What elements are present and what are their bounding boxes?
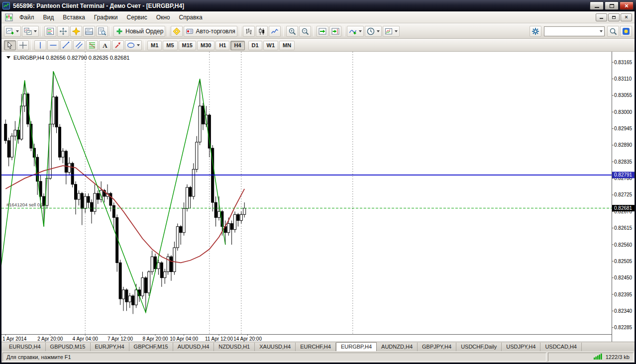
chart-tab-eurgbp-h4[interactable]: EURGBP,H4 xyxy=(336,342,377,351)
chart-tab-audnzd-h4[interactable]: AUDNZD,H4 xyxy=(377,343,418,351)
menu-charts[interactable]: Графики xyxy=(90,12,122,22)
chart-shift-button[interactable] xyxy=(329,26,341,37)
timeframe-w1-button[interactable]: W1 xyxy=(263,41,279,50)
timeframe-m30-button[interactable]: M30 xyxy=(197,41,214,50)
fibonacci-retracement-button[interactable] xyxy=(86,40,98,50)
market-watch-button[interactable] xyxy=(44,26,56,37)
line-mode-button[interactable] xyxy=(269,26,281,37)
timeframe-h1-button[interactable]: H1 xyxy=(215,41,229,50)
arrows-button[interactable] xyxy=(112,40,124,50)
new-chart-button[interactable] xyxy=(4,26,21,37)
chart-tab-usdchf-daily[interactable]: USDCHF,Daily xyxy=(456,343,502,351)
chart-tab-gbpchf-m15[interactable]: GBPCHF,M15 xyxy=(129,343,173,351)
menu-tools[interactable]: Сервис xyxy=(122,12,152,22)
chart-title: EURGBP,H4 0.82656 0.82790 0.82635 0.8268… xyxy=(6,55,129,61)
auto-scroll-icon xyxy=(318,27,326,35)
bars-mode-button[interactable] xyxy=(243,26,255,37)
timeframe-h4-button[interactable]: H4 xyxy=(230,41,244,50)
price-chart[interactable]: #1641204 sell 0.20.831650.831100.830550.… xyxy=(1,52,635,342)
close-button[interactable]: × xyxy=(620,1,634,10)
mdi-window-controls: × xyxy=(596,13,632,21)
shapes-button[interactable] xyxy=(125,40,142,50)
chart-window-icon[interactable] xyxy=(5,13,13,21)
metaeditor-button[interactable] xyxy=(171,26,183,37)
dropdown-caret-icon[interactable] xyxy=(34,30,37,32)
timeframe-m15-button[interactable]: M15 xyxy=(179,41,196,50)
dropdown-caret-icon[interactable] xyxy=(377,30,380,32)
chart-tab-eurjpy-h4[interactable]: EURJPY,H4 xyxy=(91,343,129,351)
dropdown-caret-icon[interactable] xyxy=(16,30,19,32)
svg-text:14 Apr 20:00: 14 Apr 20:00 xyxy=(233,336,262,342)
svg-text:0.82450: 0.82450 xyxy=(614,275,633,280)
profiles-button[interactable] xyxy=(22,26,39,37)
auto-scroll-button[interactable] xyxy=(317,26,328,37)
menu-help[interactable]: Справка xyxy=(175,12,207,22)
chart-tab-eurchf-h4[interactable]: EURCHF,H4 xyxy=(296,343,336,351)
search-input[interactable] xyxy=(546,28,598,34)
timeframe-m1-button[interactable]: M1 xyxy=(147,41,162,50)
search-history-caret-icon[interactable] xyxy=(600,30,603,32)
chart-tab-usdjpy-h4[interactable]: USDJPY,H4 xyxy=(502,343,540,351)
dropdown-caret-icon[interactable] xyxy=(395,30,398,32)
strategy-tester-button[interactable] xyxy=(96,26,108,37)
community-button[interactable] xyxy=(620,26,632,37)
horizontal-line-button[interactable] xyxy=(47,40,59,50)
maximize-button[interactable] xyxy=(605,1,619,10)
svg-text:8 Apr 20:00: 8 Apr 20:00 xyxy=(142,336,168,342)
chart-tab-gbpusd-m15[interactable]: GBPUSD,M15 xyxy=(46,343,91,351)
data-window-button[interactable] xyxy=(57,26,69,37)
chart-area[interactable]: #1641204 sell 0.20.831650.831100.830550.… xyxy=(1,52,635,342)
dropdown-caret-icon[interactable] xyxy=(359,30,362,32)
chart-tab-gbpjpy-h4[interactable]: GBPJPY,H4 xyxy=(418,343,456,351)
vertical-line-button[interactable] xyxy=(34,40,46,50)
hline-icon xyxy=(49,41,57,49)
svg-text:0.82395: 0.82395 xyxy=(614,292,633,297)
terminal-button[interactable] xyxy=(83,26,95,37)
equidistant-channel-button[interactable] xyxy=(73,40,85,50)
terminal-icon xyxy=(85,27,93,35)
minimize-button[interactable] xyxy=(590,1,604,10)
settings-button[interactable] xyxy=(530,26,541,37)
dropdown-caret-icon[interactable] xyxy=(137,44,140,46)
menu-insert[interactable]: Вставка xyxy=(58,12,90,22)
toolbar-separator xyxy=(283,26,284,36)
svg-text:0.82560: 0.82560 xyxy=(614,242,633,248)
market-watch-icon xyxy=(46,27,54,35)
candles-mode-button[interactable] xyxy=(256,26,268,37)
search-button[interactable] xyxy=(607,26,619,37)
chart-tab-eurusd-h4[interactable]: EURUSD,H4 xyxy=(4,343,46,351)
navigator-button[interactable] xyxy=(70,26,82,37)
zoom-in-button[interactable] xyxy=(286,26,298,37)
menu-view[interactable]: Вид xyxy=(39,12,59,22)
indicators-button[interactable] xyxy=(347,26,364,37)
chart-tab-xauusd-h4[interactable]: XAUUSD,H4 xyxy=(255,343,296,351)
crosshair-button[interactable] xyxy=(17,40,29,50)
svg-text:7 Apr 12:00: 7 Apr 12:00 xyxy=(107,336,133,342)
chart-minimize-button[interactable] xyxy=(596,13,607,21)
chart-tab-usdcad-h4[interactable]: USDCAD,H4 xyxy=(540,343,582,351)
timeframe-mn-button[interactable]: MN xyxy=(279,41,295,50)
timeframe-m5-button[interactable]: M5 xyxy=(163,41,177,50)
close-icon: × xyxy=(625,14,628,20)
trendline-button[interactable] xyxy=(60,40,72,50)
titlebar[interactable]: 565896: Panteon Client Terminal - Демо С… xyxy=(0,0,636,11)
autotrading-button[interactable]: Авто-торговля xyxy=(184,26,237,37)
periods-button[interactable] xyxy=(365,26,382,37)
menu-window[interactable]: Окно xyxy=(152,12,175,22)
chart-tab-audusd-h4[interactable]: AUDUSD,H4 xyxy=(173,343,214,351)
menu-file[interactable]: Файл xyxy=(15,12,39,22)
periods-icon xyxy=(367,27,375,35)
chart-restore-button[interactable] xyxy=(608,13,620,21)
cursor-button[interactable] xyxy=(4,40,16,50)
templates-button[interactable] xyxy=(383,26,400,37)
svg-text:11 Apr 12:00: 11 Apr 12:00 xyxy=(205,336,233,342)
svg-text:10 Apr 04:00: 10 Apr 04:00 xyxy=(170,336,198,342)
chart-tab-nzdusd-h1[interactable]: NZDUSD,H1 xyxy=(214,343,255,351)
svg-text:0.83055: 0.83055 xyxy=(614,92,633,98)
timeframe-d1-button[interactable]: D1 xyxy=(248,41,262,50)
chart-close-button[interactable]: × xyxy=(621,13,632,21)
svg-text:0.82285: 0.82285 xyxy=(614,325,633,330)
text-button[interactable]: A xyxy=(99,40,111,50)
new-order-button[interactable]: Новый Ордер xyxy=(113,26,165,37)
zoom-out-button[interactable] xyxy=(299,26,311,37)
